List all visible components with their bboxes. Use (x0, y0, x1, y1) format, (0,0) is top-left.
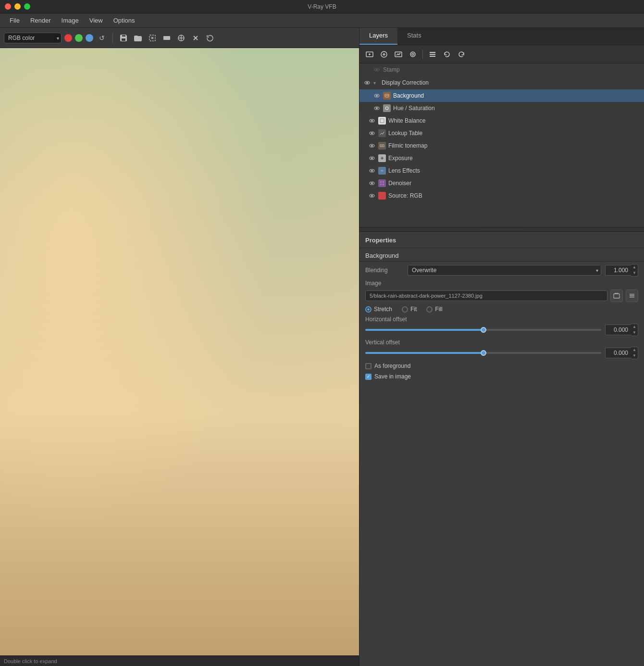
save-in-image-checkbox[interactable] (365, 374, 372, 380)
v-offset-down-icon[interactable]: ▼ (631, 353, 638, 359)
menu-options[interactable]: Options (109, 15, 140, 26)
reset-channel-icon[interactable]: ↺ (96, 32, 108, 44)
select-region-icon[interactable] (147, 32, 158, 44)
eye-icon-hue-saturation[interactable] (373, 104, 381, 112)
v-offset-up-icon[interactable]: ▲ (631, 347, 638, 353)
save-in-image-row[interactable]: Save in image (359, 371, 644, 382)
fill-radio-circle[interactable] (426, 306, 433, 313)
green-channel-dot[interactable] (75, 34, 83, 42)
menu-image[interactable]: Image (57, 15, 84, 26)
fit-radio[interactable]: Fit (402, 306, 417, 313)
blending-amount-input[interactable] (605, 265, 631, 276)
layer-item-filmic-tonemap[interactable]: Filmic tonemap (359, 139, 644, 152)
open-image-button[interactable] (610, 289, 623, 302)
eye-icon-denoiser[interactable] (368, 179, 376, 187)
fill-radio[interactable]: Fill (426, 306, 442, 313)
svg-rect-29 (6, 473, 13, 490)
exposure-label: Exposure (388, 155, 640, 162)
minimize-button[interactable] (14, 3, 21, 10)
image-list-button[interactable] (626, 289, 638, 302)
add-background-icon[interactable] (392, 48, 405, 61)
canvas-area[interactable] (0, 48, 359, 655)
menu-view[interactable]: View (85, 15, 108, 26)
layer-item-source-rgb[interactable]: Source: RGB (359, 189, 644, 202)
h-offset-slider-track[interactable] (365, 329, 601, 331)
blending-down-icon[interactable]: ▼ (631, 270, 638, 276)
eye-icon-filmic-tonemap[interactable] (368, 142, 376, 150)
fit-label: Fit (410, 306, 417, 313)
layer-item-exposure[interactable]: Exposure (359, 152, 644, 164)
layer-group-display-correction[interactable]: ▾ Display Correction (359, 76, 644, 89)
v-offset-label: Vertical offset (365, 339, 400, 346)
layer-item-stamp[interactable]: Stamp (359, 63, 644, 76)
blending-up-icon[interactable]: ▲ (631, 264, 638, 270)
blue-channel-dot[interactable] (86, 34, 93, 42)
h-offset-input[interactable] (605, 325, 631, 335)
svg-point-63 (372, 145, 373, 147)
maximize-button[interactable] (24, 3, 30, 10)
save-icon[interactable] (118, 32, 129, 44)
eye-icon-lens-effects[interactable] (368, 167, 376, 175)
clear-icon[interactable] (190, 32, 201, 44)
redo-icon[interactable] (455, 48, 468, 61)
eye-icon-white-balance[interactable] (368, 117, 376, 125)
h-offset-stepper[interactable]: ▲ ▼ (631, 324, 638, 336)
compare-icon[interactable] (175, 32, 187, 44)
stretch-radio-circle[interactable] (365, 306, 372, 313)
menu-file[interactable]: File (5, 15, 25, 26)
channel-select-wrap[interactable]: RGB color Alpha Red Green Blue (4, 33, 62, 43)
layer-item-white-balance[interactable]: White Balance (359, 114, 644, 127)
svg-rect-12 (75, 214, 105, 291)
layer-item-lookup-table[interactable]: Lookup Table (359, 127, 644, 139)
add-lens-icon[interactable] (407, 48, 419, 61)
view-icon[interactable] (161, 32, 173, 44)
list-view-icon[interactable] (426, 48, 439, 61)
tab-layers[interactable]: Layers (359, 28, 397, 45)
undo-icon[interactable] (441, 48, 453, 61)
open-icon[interactable] (132, 32, 144, 44)
layers-toolbar (359, 45, 644, 63)
as-foreground-checkbox[interactable] (365, 363, 372, 369)
layer-item-denoiser[interactable]: Denoiser (359, 177, 644, 189)
svg-rect-22 (271, 377, 337, 432)
panel-divider[interactable]: · · · · · · · · · · · (359, 227, 644, 232)
eye-icon-exposure[interactable] (368, 154, 376, 162)
menubar: File Render Image View Options (0, 13, 644, 28)
menu-render[interactable]: Render (25, 15, 56, 26)
h-offset-slider-thumb[interactable] (481, 327, 486, 333)
eye-icon-stamp[interactable] (373, 66, 381, 74)
v-offset-stepper[interactable]: ▲ ▼ (631, 347, 638, 359)
layers-toolbar-sep (422, 50, 423, 59)
v-offset-slider-track[interactable] (365, 352, 601, 354)
svg-rect-1 (163, 36, 170, 40)
channel-select[interactable]: RGB color Alpha Red Green Blue (4, 33, 62, 43)
eye-icon-background[interactable] (373, 92, 381, 100)
toolbar-separator-1 (112, 33, 113, 43)
as-foreground-row[interactable]: As foreground (359, 361, 644, 371)
v-offset-input[interactable] (605, 348, 631, 358)
eye-icon-source-rgb[interactable] (368, 192, 376, 200)
layer-item-lens-effects[interactable]: Lens Effects (359, 164, 644, 177)
red-channel-dot[interactable] (64, 34, 72, 42)
h-offset-up-icon[interactable]: ▲ (631, 324, 638, 330)
panel-tabs: Layers Stats (359, 28, 644, 45)
eye-icon-display-correction[interactable] (363, 79, 371, 87)
tab-stats[interactable]: Stats (397, 28, 431, 45)
stretch-radio[interactable]: Stretch (365, 306, 392, 313)
blending-amount-stepper[interactable]: ▲ ▼ (631, 264, 638, 276)
h-offset-down-icon[interactable]: ▼ (631, 330, 638, 336)
fit-radio-circle[interactable] (402, 306, 408, 313)
close-button[interactable] (5, 3, 11, 10)
v-offset-slider-thumb[interactable] (481, 350, 486, 356)
layer-item-background[interactable]: Background (359, 89, 644, 102)
svg-rect-20 (128, 377, 194, 432)
layer-item-hue-saturation[interactable]: Hue / Saturation (359, 102, 644, 114)
add-correction-icon[interactable] (378, 48, 390, 61)
white-balance-label: White Balance (388, 117, 640, 124)
blending-select-wrap[interactable]: Overwrite Normal Multiply Screen Overlay (408, 265, 601, 276)
add-layer-icon[interactable] (363, 48, 376, 61)
history-icon[interactable] (204, 32, 216, 44)
blending-select[interactable]: Overwrite Normal Multiply Screen Overlay (408, 265, 601, 276)
eye-icon-lookup-table[interactable] (368, 129, 376, 137)
svg-rect-17 (0, 374, 359, 456)
